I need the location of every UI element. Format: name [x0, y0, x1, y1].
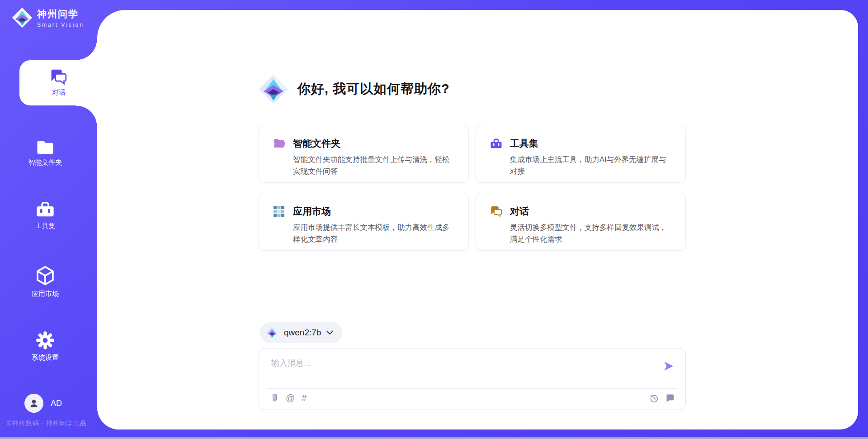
- card-title: 应用市场: [293, 205, 455, 218]
- sidebar-item-label: 对话: [52, 88, 66, 97]
- card-app-market[interactable]: 应用市场 应用市场提供丰富长文本模板，助力高效生成多样化文章内容: [259, 193, 469, 251]
- card-smart-folder[interactable]: 智能文件夹 智能文件夹功能支持批量文件上传与清洗，轻松实现文件问答: [259, 125, 469, 183]
- gear-icon: [36, 331, 55, 350]
- sidebar: 神州问学 Smart Vision 对话 智能文件夹 工具集: [0, 0, 97, 439]
- screen-bottom-edge: [0, 437, 868, 439]
- brand-diamond-icon: [12, 7, 33, 28]
- brand-logo: 神州问学 Smart Vision: [12, 7, 84, 28]
- mention-icon[interactable]: @: [286, 393, 295, 402]
- toolbox-icon: [36, 201, 55, 218]
- greeting-title: 你好, 我可以如何帮助你?: [297, 80, 450, 98]
- chat-icon: [50, 69, 68, 85]
- feature-cards: 智能文件夹 智能文件夹功能支持批量文件上传与清洗，轻松实现文件问答 工具集 集成…: [259, 125, 686, 251]
- grid-icon: [273, 205, 285, 217]
- composer-divider: [267, 388, 677, 389]
- hero-logo-diamond-icon: [259, 74, 288, 104]
- card-desc: 智能文件夹功能支持批量文件上传与清洗，轻松实现文件问答: [293, 153, 455, 182]
- message-composer: 输入消息... @ #: [259, 348, 686, 410]
- sidebar-item-label: 工具集: [35, 222, 56, 230]
- user-profile[interactable]: AD: [24, 394, 62, 413]
- sidebar-footer-text: ©神州数码 · 神州问学出品: [7, 420, 97, 428]
- chat-icon: [490, 206, 503, 217]
- user-label: AD: [51, 399, 62, 408]
- sidebar-item-chat[interactable]: 对话: [19, 60, 98, 105]
- card-title: 智能文件夹: [293, 137, 455, 150]
- sidebar-item-label: 应用市场: [32, 290, 59, 298]
- attachment-icon[interactable]: [270, 393, 279, 403]
- folder-open-icon: [273, 138, 286, 149]
- card-title: 工具集: [510, 137, 672, 150]
- message-input[interactable]: 输入消息...: [271, 358, 654, 384]
- send-icon[interactable]: [663, 360, 675, 372]
- sidebar-item-settings[interactable]: 系统设置: [9, 331, 81, 362]
- card-toolbox[interactable]: 工具集 集成市场上主流工具，助力AI与外界无缝扩展与对接: [476, 125, 686, 183]
- model-logo-diamond-icon: [266, 326, 278, 339]
- model-selector[interactable]: qwen2:7b: [260, 322, 342, 343]
- model-name: qwen2:7b: [284, 328, 321, 338]
- person-icon: [28, 398, 39, 409]
- sidebar-item-label: 智能文件夹: [28, 158, 62, 167]
- chat-bubble-icon[interactable]: [665, 393, 675, 402]
- history-icon[interactable]: [649, 393, 659, 403]
- card-desc: 灵活切换多模型文件，支持多样回复效果调试，满足个性化需求: [510, 221, 672, 250]
- sidebar-item-toolbox[interactable]: 工具集: [9, 201, 81, 230]
- sidebar-item-label: 系统设置: [32, 353, 59, 362]
- brand-name: 神州问学: [37, 8, 84, 20]
- toolbox-icon: [490, 138, 502, 149]
- hashtag-icon[interactable]: #: [302, 393, 307, 402]
- sidebar-item-app-market[interactable]: 应用市场: [9, 265, 81, 298]
- card-title: 对话: [510, 205, 672, 218]
- avatar[interactable]: [24, 394, 43, 413]
- composer-toolbar: @ #: [270, 392, 675, 404]
- cube-icon: [35, 265, 55, 286]
- card-desc: 应用市场提供丰富长文本模板，助力高效生成多样化文章内容: [293, 221, 455, 250]
- folder-icon: [36, 138, 55, 155]
- hero-greeting: 你好, 我可以如何帮助你?: [259, 70, 450, 109]
- sidebar-item-smart-folder[interactable]: 智能文件夹: [9, 138, 81, 167]
- card-desc: 集成市场上主流工具，助力AI与外界无缝扩展与对接: [510, 153, 672, 182]
- brand-subtitle: Smart Vision: [37, 22, 84, 28]
- card-chat[interactable]: 对话 灵活切换多模型文件，支持多样回复效果调试，满足个性化需求: [476, 193, 686, 251]
- chevron-down-icon: [326, 330, 333, 335]
